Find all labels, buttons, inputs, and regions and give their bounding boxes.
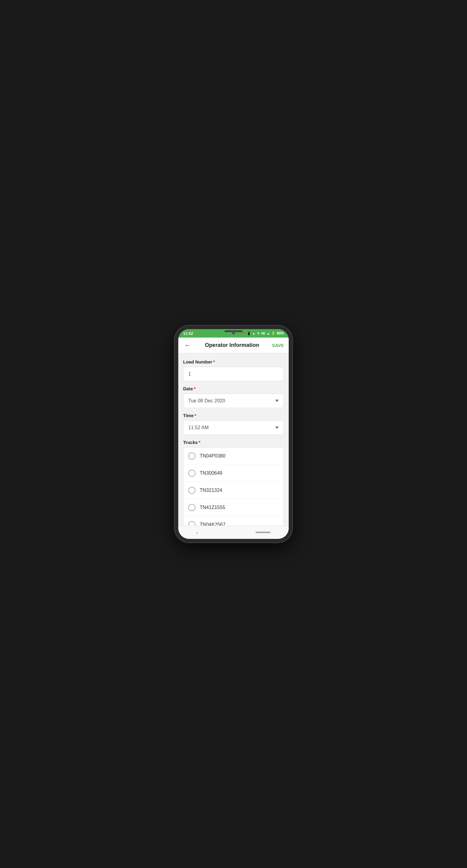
trucks-group: Trucks* TN04P0380 TN300649 TN321324 <box>183 440 284 526</box>
date-select[interactable]: Tue 08 Dec 2020 <box>183 394 284 408</box>
app-bar: ← Operator Information SAVE <box>178 338 289 353</box>
hd-badge: HD <box>261 332 265 335</box>
signal-icon: ▲ <box>252 332 256 335</box>
load-number-group: Load Number* 1 <box>183 359 284 381</box>
time-select[interactable]: 11:52 AM <box>183 421 284 435</box>
battery-icon: 🔋 <box>271 332 275 336</box>
trucks-container: TN04P0380 TN300649 TN321324 TN41Z1555 <box>183 447 284 526</box>
trucks-required: * <box>199 440 200 445</box>
truck-label-4: TN04K2567 <box>200 522 225 526</box>
page-title: Operator Information <box>192 342 272 348</box>
phone-shell: 11:52 📍 📳 ▲ ▼ HD ▲ 🔋 98% ← Operator Info… <box>175 326 292 542</box>
truck-label-0: TN04P0380 <box>200 453 225 459</box>
load-number-required: * <box>213 359 215 364</box>
time-chevron-icon <box>275 427 279 429</box>
wifi-icon: ▼ <box>257 332 260 335</box>
vibrate-icon: 📳 <box>247 332 251 336</box>
network-icon: ▲ <box>267 332 270 335</box>
nav-home-pill[interactable] <box>256 532 271 533</box>
nav-back-button[interactable]: ‹ <box>196 530 198 535</box>
truck-radio-2[interactable] <box>188 487 196 494</box>
date-group: Date* Tue 08 Dec 2020 <box>183 386 284 408</box>
truck-label-2: TN321324 <box>200 488 222 493</box>
nav-bar: ‹ <box>178 526 289 539</box>
truck-radio-3[interactable] <box>188 504 196 511</box>
truck-option-3[interactable]: TN41Z1555 <box>183 499 284 516</box>
truck-option-0[interactable]: TN04P0380 <box>183 447 284 465</box>
time-required: * <box>195 413 196 418</box>
battery-level: 98% <box>276 331 284 336</box>
status-icons: 📍 📳 ▲ ▼ HD ▲ 🔋 98% <box>241 331 284 336</box>
back-button[interactable]: ← <box>183 340 192 350</box>
time-group: Time* 11:52 AM <box>183 413 284 435</box>
phone-screen: 11:52 📍 📳 ▲ ▼ HD ▲ 🔋 98% ← Operator Info… <box>178 329 289 539</box>
truck-label-3: TN41Z1555 <box>200 505 225 510</box>
date-required: * <box>194 386 196 391</box>
front-camera <box>232 332 235 335</box>
date-value: Tue 08 Dec 2020 <box>188 398 225 404</box>
trucks-label: Trucks* <box>183 440 284 445</box>
truck-option-4[interactable]: TN04K2567 <box>183 516 284 526</box>
status-time: 11:52 <box>183 331 193 336</box>
date-chevron-icon <box>275 400 279 402</box>
truck-option-1[interactable]: TN300649 <box>183 465 284 482</box>
truck-label-1: TN300649 <box>200 470 222 476</box>
truck-option-2[interactable]: TN321324 <box>183 482 284 499</box>
date-label: Date* <box>183 386 284 391</box>
load-number-label: Load Number* <box>183 359 284 364</box>
load-number-input[interactable]: 1 <box>183 367 284 381</box>
truck-radio-4[interactable] <box>188 521 196 526</box>
content-area: Load Number* 1 Date* Tue 08 Dec 2020 <box>178 353 289 526</box>
time-value: 11:52 AM <box>188 425 209 430</box>
truck-radio-1[interactable] <box>188 470 196 477</box>
save-button[interactable]: SAVE <box>272 343 284 348</box>
time-label: Time* <box>183 413 284 418</box>
truck-radio-0[interactable] <box>188 453 196 460</box>
